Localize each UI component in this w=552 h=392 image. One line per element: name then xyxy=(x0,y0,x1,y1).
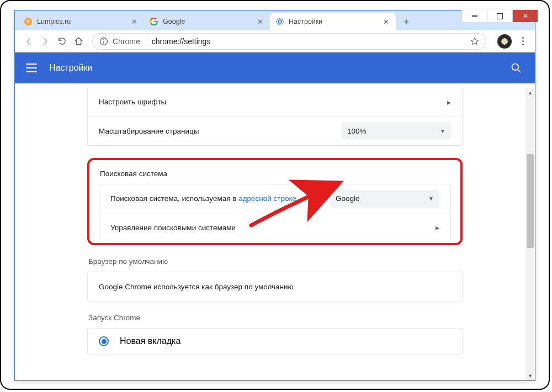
row-label: Масштабирование страницы xyxy=(99,127,199,135)
manage-search-engines-row[interactable]: Управление поисковыми системами ▸ xyxy=(99,213,450,242)
caret-down-icon: ▼ xyxy=(440,128,445,134)
zoom-dropdown[interactable]: 100% ▼ xyxy=(342,122,451,140)
search-engine-highlight: Поисковая система Поисковая система, исп… xyxy=(87,158,463,245)
profile-avatar[interactable] xyxy=(497,34,512,49)
address-bar[interactable]: Chrome chrome://settings xyxy=(92,33,486,50)
svg-rect-13 xyxy=(103,41,104,44)
vertical-scrollbar[interactable]: ▲ ▼ xyxy=(526,88,535,380)
chevron-right-icon: ▸ xyxy=(447,98,451,107)
scroll-down-icon[interactable]: ▼ xyxy=(526,371,535,380)
appearance-card: Настроить шрифты ▸ Масштабирование стран… xyxy=(87,88,463,146)
url-scheme: Chrome xyxy=(113,37,140,46)
svg-line-15 xyxy=(518,70,521,72)
tab-settings[interactable]: Настройки ✕ xyxy=(270,13,396,30)
google-favicon-icon xyxy=(150,17,158,26)
tab-lumpics[interactable]: Lumpics.ru ✕ xyxy=(18,13,144,30)
row-label: Google Chrome используется как браузер п… xyxy=(99,283,294,291)
forward-button[interactable] xyxy=(37,33,54,50)
close-icon[interactable]: ✕ xyxy=(256,18,264,26)
search-icon[interactable] xyxy=(511,62,522,73)
tab-google[interactable]: Google ✕ xyxy=(144,13,270,30)
lumpics-favicon-icon xyxy=(24,17,33,26)
row-label: Новая вкладка xyxy=(120,336,181,346)
tabstrip: Lumpics.ru ✕ Google ✕ Настройки ✕ + xyxy=(15,10,535,30)
svg-line-10 xyxy=(282,19,283,19)
svg-line-9 xyxy=(277,24,278,24)
back-button[interactable] xyxy=(20,33,37,50)
customize-fonts-row[interactable]: Настроить шрифты ▸ xyxy=(88,88,462,116)
tab-label: Настройки xyxy=(289,18,382,25)
section-title-startup: Запуск Chrome xyxy=(87,314,463,328)
reload-button[interactable] xyxy=(54,33,70,50)
engine-value: Google xyxy=(336,194,360,203)
url-path: chrome://settings xyxy=(152,37,211,46)
new-tab-button[interactable]: + xyxy=(398,14,415,30)
window-controls xyxy=(461,10,538,22)
scroll-thumb[interactable] xyxy=(527,154,534,248)
chevron-right-icon: ▸ xyxy=(436,223,439,232)
close-icon[interactable]: ✕ xyxy=(130,18,139,26)
minimize-button[interactable] xyxy=(461,10,487,22)
zoom-value: 100% xyxy=(347,127,367,135)
svg-point-12 xyxy=(103,39,104,40)
settings-header: Настройки xyxy=(15,52,535,83)
row-label: Управление поисковыми системами xyxy=(110,224,236,232)
search-engine-card: Поисковая система, используемая в адресн… xyxy=(99,184,451,242)
row-label: Поисковая система, используемая в адресн… xyxy=(110,194,296,203)
toolbar: Chrome chrome://settings xyxy=(15,30,535,52)
tab-label: Google xyxy=(163,18,256,25)
section-title-search: Поисковая система xyxy=(99,169,451,184)
page-title: Настройки xyxy=(49,63,92,73)
page-zoom-row: Масштабирование страницы 100% ▼ xyxy=(88,116,462,145)
address-bar-link[interactable]: адресной строке xyxy=(238,194,296,203)
bookmark-star-icon[interactable] xyxy=(470,37,479,46)
section-title-default-browser: Браузер по умолчанию xyxy=(87,257,463,272)
kebab-menu-icon[interactable] xyxy=(516,37,529,45)
startup-newtab-row[interactable]: Новая вкладка xyxy=(88,329,462,354)
info-icon xyxy=(99,37,108,46)
scroll-up-icon[interactable]: ▲ xyxy=(526,88,535,97)
svg-point-2 xyxy=(278,20,282,23)
default-browser-row: Google Chrome используется как браузер п… xyxy=(88,272,462,301)
svg-line-8 xyxy=(282,24,283,24)
hamburger-menu-icon[interactable] xyxy=(26,63,37,72)
browser-window: Lumpics.ru ✕ Google ✕ Настройки ✕ + xyxy=(14,10,535,381)
gear-icon xyxy=(275,17,284,26)
settings-content: Настроить шрифты ▸ Масштабирование стран… xyxy=(15,88,535,380)
radio-icon[interactable] xyxy=(99,336,109,346)
default-browser-card: Google Chrome используется как браузер п… xyxy=(87,272,463,301)
close-icon[interactable]: ✕ xyxy=(382,18,390,26)
search-engine-row: Поисковая система, используемая в адресн… xyxy=(99,184,450,213)
tab-label: Lumpics.ru xyxy=(37,18,130,25)
close-window-button[interactable] xyxy=(512,10,538,22)
row-label: Настроить шрифты xyxy=(99,98,166,106)
maximize-button[interactable] xyxy=(487,10,512,22)
home-button[interactable] xyxy=(70,33,87,50)
svg-line-7 xyxy=(277,19,278,19)
search-engine-dropdown[interactable]: Google ▼ xyxy=(330,190,439,208)
startup-card: Новая вкладка xyxy=(87,328,463,354)
caret-down-icon: ▼ xyxy=(428,195,434,202)
